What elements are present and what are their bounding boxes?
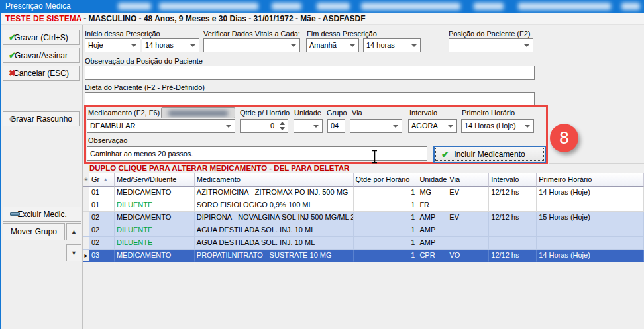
start-time-select[interactable]: 14 horas [142, 38, 199, 52]
column-header[interactable]: Intervalo [489, 173, 537, 187]
text-cursor-icon [371, 150, 378, 164]
annotation-step-badge: 8 [550, 124, 578, 152]
x-icon: ✖ [9, 69, 16, 77]
table-row[interactable]: 01DILUENTESORO FISIOLOGICO 0,9% 100 ML1F… [83, 199, 644, 212]
cell-tipo: MEDICAMENTO [115, 250, 195, 262]
redacted-text [168, 111, 228, 116]
chevron-down-icon[interactable] [190, 44, 195, 47]
move-group-button[interactable]: Mover Grupo [3, 223, 65, 240]
chevron-down-icon[interactable] [448, 125, 453, 128]
patient-details: - MASCULINO - 48 Anos, 9 Meses e 30 Dias… [81, 14, 366, 23]
vitals-check-select[interactable] [203, 38, 300, 52]
cell-intervalo [489, 224, 537, 237]
cell-medicamento: PROPATILNITRATO - SUSTRATE 10 MG [195, 250, 354, 262]
observation-label: Observação [88, 136, 127, 144]
interval-select[interactable]: AGORA [408, 119, 457, 133]
save-sign-button[interactable]: ✔ Gravar/Assinar [3, 48, 80, 63]
first-time-value: 14 Horas (Hoje) [464, 122, 516, 130]
cell-tipo: DILUENTE [115, 224, 195, 237]
position-observation-input[interactable] [85, 66, 535, 80]
table-row[interactable]: ▸03MEDICAMENTOPROPATILNITRATO - SUSTRATE… [83, 250, 644, 262]
start-day-select[interactable]: Hoje [85, 38, 140, 52]
table-row[interactable]: 02MEDICAMENTODIPIRONA - NOVALGINA SOL IN… [83, 212, 644, 224]
end-day-select[interactable]: Amanhã [306, 38, 359, 52]
chevron-down-icon[interactable] [350, 44, 355, 47]
group-input[interactable]: 04 [327, 119, 345, 133]
cell-gr: 01 [89, 187, 115, 199]
column-header[interactable]: Qtde por Horário [354, 173, 418, 187]
table-row[interactable]: 02DILUENTEAGUA DESTILADA SOL. INJ. 10 ML… [83, 224, 644, 237]
cell-tipo: MEDICAMENTO [115, 212, 195, 224]
cell-qtde: 1 [354, 199, 418, 212]
delete-medication-button[interactable]: Excluir Medic. [3, 207, 81, 222]
medication-value: DEAMBULAR [90, 122, 135, 130]
move-group-up-button[interactable]: ▲ [66, 223, 81, 240]
cell-tipo: MEDICAMENTO [115, 187, 195, 199]
patient-position-label: Posição do Paciente (F2) [449, 30, 531, 38]
position-observation-label: Observação da Posição do Paciente [85, 57, 203, 65]
table-row[interactable]: 01MEDICAMENTOAZITROMICINA - ZITROMAX PO … [83, 187, 644, 199]
move-group-down-button[interactable]: ▼ [66, 244, 81, 261]
medication-select[interactable]: DEAMBULAR [87, 119, 235, 133]
chevron-down-icon[interactable] [524, 44, 529, 47]
chevron-down-icon[interactable] [291, 44, 296, 47]
chevron-down-icon[interactable] [131, 44, 136, 47]
chevron-down-icon[interactable] [411, 44, 417, 47]
observation-value: Caminhar ao menos 20 passos. [90, 150, 193, 158]
unit-select[interactable] [294, 119, 323, 133]
route-select[interactable] [350, 119, 402, 133]
column-header[interactable]: Gr▲ [89, 173, 115, 187]
check-icon: ✔ [441, 149, 449, 160]
save-button-label: Gravar (Ctrl+S) [14, 33, 68, 42]
cell-unidade: FR [417, 199, 447, 212]
chevron-down-icon[interactable] [226, 125, 231, 128]
column-header[interactable]: Primeiro Horário [537, 173, 644, 187]
save-button[interactable]: ✔ Gravar (Ctrl+S) [3, 30, 80, 45]
check-icon: ✔ [9, 33, 16, 42]
patient-position-select[interactable] [449, 38, 533, 52]
check-icon: ✔ [9, 115, 16, 123]
cell-via: VO [447, 250, 489, 262]
cell-tipo: DILUENTE [115, 237, 195, 250]
chevron-down-icon[interactable] [313, 125, 319, 128]
chevron-down-icon[interactable] [393, 125, 398, 128]
column-header[interactable]: Via [447, 173, 489, 187]
patient-info-bar: TESTE DE SISTEMA - MASCULINO - 48 Anos, … [1, 13, 644, 25]
save-draft-button-label: Gravar Rascunho [10, 115, 72, 124]
unit-label: Unidade [294, 109, 321, 117]
cell-primeiro [537, 224, 644, 237]
title-bar: Prescrição Médica [0, 0, 644, 13]
save-sign-button-label: Gravar/Assinar [15, 51, 68, 60]
first-time-select[interactable]: 14 Horas (Hoje) [461, 119, 534, 133]
check-icon: ✔ [9, 51, 16, 60]
quantity-stepper[interactable]: 0 [240, 119, 288, 133]
diet-label: Dieta do Paciente (F2 - Pré-Definido) [85, 83, 205, 91]
redacted-helper-button[interactable] [161, 107, 235, 118]
save-draft-button[interactable]: ✔ Gravar Rascunho [3, 111, 80, 126]
chevron-down-icon[interactable] [525, 125, 530, 128]
cell-primeiro [537, 237, 644, 250]
cancel-button[interactable]: ✖ Cancelar (ESC) [3, 66, 80, 81]
grid-gutter-header[interactable]: ✳ [83, 173, 89, 187]
cell-qtde: 1 [354, 187, 418, 199]
cell-medicamento: AGUA DESTILADA SOL. INJ. 10 ML [195, 237, 354, 250]
spin-down-icon[interactable] [280, 127, 285, 130]
route-label: Via [352, 109, 362, 117]
column-header[interactable]: Med/Serv/Diluente [115, 173, 195, 187]
end-time-select[interactable]: 14 horas [363, 38, 421, 52]
end-day-value: Amanhã [309, 41, 337, 49]
sort-asc-icon: ▲ [103, 177, 108, 183]
diet-input[interactable] [85, 92, 535, 107]
cell-unidade: CPR [417, 250, 447, 262]
spin-up-icon[interactable] [280, 122, 285, 125]
column-header[interactable]: Unidade [417, 173, 447, 187]
start-day-value: Hoje [88, 41, 103, 49]
table-row[interactable]: 02DILUENTEAGUA DESTILADA SOL. INJ. 10 ML… [83, 237, 644, 250]
end-prescription-label: Fim dessa Prescrição [307, 30, 377, 38]
column-header[interactable]: Medicamento [195, 173, 354, 187]
include-medication-button[interactable]: ✔ Incluir Medicamento [433, 146, 546, 163]
row-gutter [83, 187, 89, 199]
arrow-up-icon: ▲ [71, 228, 77, 235]
vitals-check-label: Verificar Dados Vitais a Cada: [203, 30, 300, 38]
redacted-title-text [159, 3, 258, 10]
